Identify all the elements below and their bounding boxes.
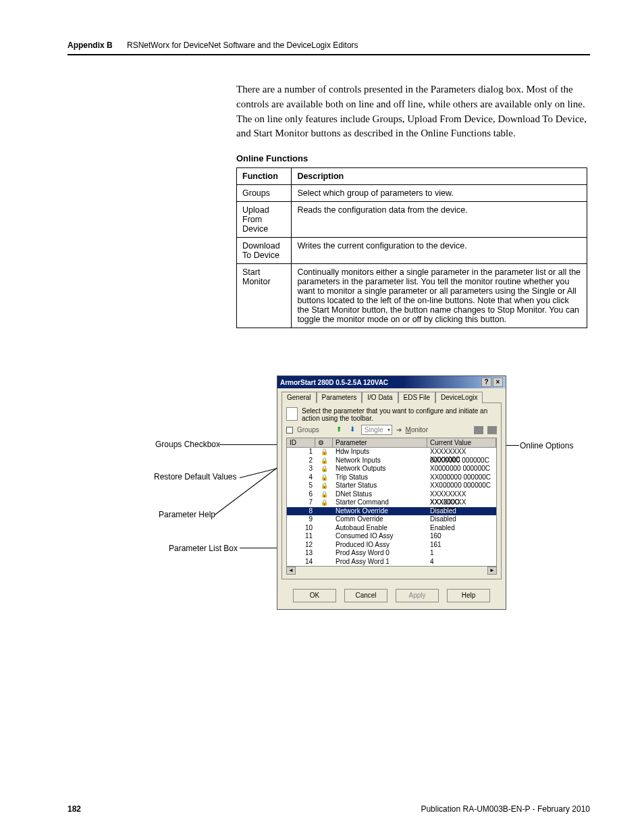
hscrollbar[interactable]: ◄ ►	[286, 567, 497, 575]
dialog-title: ArmorStart 280D 0.5-2.5A 120VAC	[280, 379, 480, 386]
ok-button[interactable]: OK	[293, 589, 336, 602]
cell-param: Hdw Inputs	[333, 448, 427, 457]
cell-id: 5	[287, 481, 315, 490]
param-row[interactable]: 4🔒Trip StatusXX000000 000000C	[287, 473, 496, 482]
col-value: Current Value	[427, 438, 496, 447]
toolbar: Groups ⬆ ⬇ Single ➔ MMonitoronitor	[286, 425, 497, 435]
scroll-right-icon[interactable]: ►	[487, 567, 497, 575]
toolbar-icon[interactable]	[474, 426, 483, 434]
cell-param: DNet Status	[333, 490, 427, 499]
param-row[interactable]: 6🔒DNet StatusXXXXXXXX XXX000C	[287, 490, 496, 499]
cell-id: 6	[287, 490, 315, 499]
col-id: ID	[287, 438, 315, 447]
lock-icon: 🔒	[315, 457, 333, 465]
cell-function: Upload From Device	[237, 202, 292, 238]
callout-restore: Restore Default Values	[154, 472, 237, 481]
callout-online: Online Options	[520, 441, 573, 450]
scroll-left-icon[interactable]: ◄	[286, 567, 296, 575]
th-function: Function	[237, 168, 292, 185]
callout-listbox: Parameter List Box	[169, 544, 238, 553]
th-description: Description	[292, 168, 587, 185]
callout-help: Parameter Help	[159, 510, 215, 519]
tab-general[interactable]: General	[281, 392, 317, 403]
param-row[interactable]: 13Prod Assy Word 01	[287, 549, 496, 558]
cell-description: Select which group of parameters to view…	[292, 185, 587, 202]
groups-label: Groups	[297, 426, 319, 434]
upload-icon[interactable]: ⬆	[334, 425, 344, 435]
parameter-list-box[interactable]: 1🔒Hdw InputsXXXXXXXX XXXX00C2🔒Network In…	[286, 448, 497, 567]
apply-button[interactable]: Apply	[396, 589, 439, 602]
cell-id: 4	[287, 473, 315, 482]
lock-icon	[315, 507, 333, 516]
cell-param: Autobaud Enable	[333, 524, 427, 533]
param-row[interactable]: 12Produced IO Assy161	[287, 541, 496, 550]
param-row[interactable]: 8Network OverrideDisabled	[287, 507, 496, 516]
hint-row: Select the parameter that you want to co…	[286, 407, 497, 422]
toolbar-icon[interactable]	[487, 426, 497, 434]
cell-param: Produced IO Assy	[333, 541, 427, 550]
cell-value: X0000000 000000C	[427, 465, 496, 473]
cell-description: Continually monitors either a single par…	[292, 264, 587, 328]
lock-icon: 🔒	[315, 465, 333, 473]
cell-value: XX000000 000000C	[427, 481, 496, 490]
tab-devicelogix[interactable]: DeviceLogix	[435, 392, 483, 403]
lock-icon: 🔒	[315, 490, 333, 499]
single-dropdown[interactable]: Single	[361, 425, 392, 435]
groups-checkbox[interactable]	[286, 427, 293, 434]
tab-io-data[interactable]: I/O Data	[362, 392, 398, 403]
lock-icon	[315, 558, 333, 567]
param-row[interactable]: 7🔒Starter CommandXXXXXXXX 000000C	[287, 498, 496, 507]
param-row[interactable]: 9Comm OverrideDisabled	[287, 515, 496, 524]
param-row[interactable]: 1🔒Hdw InputsXXXXXXXX XXXX00C	[287, 448, 496, 457]
cell-param: Prod Assy Word 0	[333, 549, 427, 558]
cell-param: Comm Override	[333, 515, 427, 524]
cell-param: Starter Command	[333, 498, 427, 507]
param-row[interactable]: 5🔒Starter StatusXX000000 000000C	[287, 481, 496, 490]
param-list-header: ID ⚙ Parameter Current Value	[286, 438, 497, 448]
lock-icon: 🔒	[315, 448, 333, 457]
cell-function: Start Monitor	[237, 264, 292, 328]
hint-icon	[286, 407, 298, 421]
cell-param: Starter Status	[333, 481, 427, 490]
col-parameter: Parameter	[333, 438, 427, 447]
dialog-buttons: OK Cancel Apply Help	[277, 583, 506, 609]
lock-icon: 🔒	[315, 498, 333, 507]
close-icon[interactable]: ×	[493, 377, 503, 387]
download-icon[interactable]: ⬇	[348, 425, 357, 435]
lock-icon: 🔒	[315, 473, 333, 482]
param-row[interactable]: 3🔒Network OutputsX0000000 000000C	[287, 465, 496, 473]
help-icon[interactable]: ?	[481, 377, 491, 387]
cell-param: Consumed IO Assy	[333, 532, 427, 541]
cell-id: 2	[287, 457, 315, 465]
lock-icon	[315, 515, 333, 524]
body-paragraph: There are a number of controls presented…	[236, 82, 590, 141]
cell-id: 11	[287, 532, 315, 541]
lock-icon	[315, 532, 333, 541]
parameters-dialog: ArmorStart 280D 0.5-2.5A 120VAC ? × Gene…	[277, 375, 506, 610]
page-footer: 182 Publication RA-UM003B-EN-P - Februar…	[68, 804, 590, 814]
cell-value: 00000000 000000C	[427, 457, 496, 465]
cell-id: 13	[287, 549, 315, 558]
param-row[interactable]: 2🔒Network Inputs00000000 000000C	[287, 457, 496, 465]
cell-function: Download To Device	[237, 238, 292, 264]
param-row[interactable]: 11Consumed IO Assy160	[287, 532, 496, 541]
param-row[interactable]: 14Prod Assy Word 14	[287, 558, 496, 567]
leader	[240, 548, 280, 548]
cell-id: 9	[287, 515, 315, 524]
cell-value: Enabled	[427, 524, 496, 533]
tab-eds-file[interactable]: EDS File	[398, 392, 435, 403]
param-row[interactable]: 10Autobaud EnableEnabled	[287, 524, 496, 533]
table-row: Start MonitorContinually monitors either…	[237, 264, 587, 328]
cell-param: Network Override	[333, 507, 427, 516]
cell-id: 1	[287, 448, 315, 457]
table-row: GroupsSelect which group of parameters t…	[237, 185, 587, 202]
help-button[interactable]: Help	[447, 589, 490, 602]
cell-value: Disabled	[427, 507, 496, 516]
cell-value: 1	[427, 549, 496, 558]
cell-description: Reads the configuration data from the de…	[292, 202, 587, 238]
cancel-button[interactable]: Cancel	[344, 589, 387, 602]
tab-parameters[interactable]: Parameters	[317, 392, 363, 403]
lock-icon: 🔒	[315, 481, 333, 490]
figure: Groups Checkbox Restore Default Values P…	[68, 375, 590, 659]
monitor-button[interactable]: MMonitoronitor	[406, 426, 428, 434]
